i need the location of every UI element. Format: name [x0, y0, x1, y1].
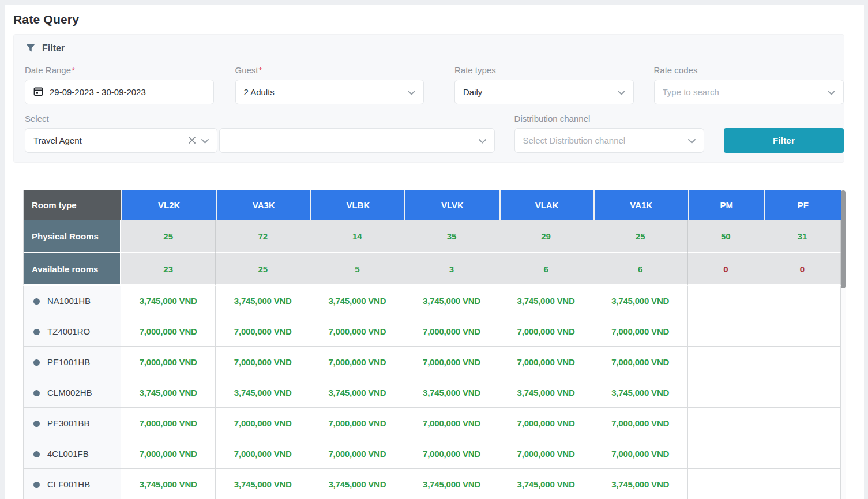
select-label: Select	[25, 114, 217, 123]
calendar-icon	[33, 87, 43, 98]
rate-code-cell[interactable]: PE3001BB	[23, 408, 121, 438]
column-header-vl2k: VL2K	[121, 190, 216, 220]
rate-types-label: Rate types	[454, 65, 634, 75]
chevron-down-icon	[688, 136, 696, 145]
rate-value-cell: 3,745,000 VND	[121, 469, 216, 499]
row-bullet-icon	[33, 298, 40, 305]
available-rooms-value: 6	[499, 253, 593, 286]
rate-code-label: PE3001BB	[47, 418, 89, 428]
rate-value-cell	[764, 469, 841, 499]
rate-value-cell: 7,000,000 VND	[121, 347, 216, 377]
row-bullet-icon	[33, 421, 40, 427]
column-header-vlbk: VLBK	[310, 190, 404, 220]
rate-value-cell: 3,745,000 VND	[310, 469, 404, 499]
chevron-down-icon	[201, 136, 209, 145]
rate-row: PE3001BB7,000,000 VND7,000,000 VND7,000,…	[23, 408, 841, 438]
travel-agent-select[interactable]: Travel Agent	[25, 128, 217, 153]
column-header-vlvk: VLVK	[404, 190, 499, 220]
physical-rooms-value: 14	[310, 220, 404, 253]
rate-value-cell: 3,745,000 VND	[593, 286, 688, 316]
clear-selection-icon[interactable]	[189, 136, 196, 145]
rate-value-cell: 7,000,000 VND	[216, 438, 310, 469]
filter-panel: Filter Date Range* 29-09-2023 - 30-09-20…	[13, 34, 844, 163]
rate-row: CLM002HB3,745,000 VND3,745,000 VND3,745,…	[23, 377, 841, 408]
rate-value-cell: 7,000,000 VND	[404, 316, 499, 347]
rate-code-cell[interactable]: CLM002HB	[23, 377, 121, 408]
available-rooms-value: 25	[216, 253, 310, 286]
distribution-channel-input[interactable]	[523, 136, 682, 145]
rate-value-cell: 7,000,000 VND	[404, 347, 499, 377]
rate-value-cell: 3,745,000 VND	[216, 377, 310, 408]
required-asterisk: *	[259, 65, 262, 75]
rate-value-cell: 7,000,000 VND	[499, 316, 593, 347]
chevron-down-icon	[828, 87, 835, 97]
rate-code-cell[interactable]: 4CL001FB	[23, 438, 121, 469]
rate-codes-label: Rate codes	[654, 65, 844, 75]
rate-value-cell: 7,000,000 VND	[121, 408, 216, 438]
rate-value-cell: 7,000,000 VND	[499, 347, 593, 377]
rate-value-cell: 3,745,000 VND	[216, 286, 310, 316]
rate-value-cell: 7,000,000 VND	[499, 438, 593, 469]
rate-value-cell: 3,745,000 VND	[310, 377, 404, 408]
filter-submit-button[interactable]: Filter	[724, 128, 844, 153]
table-scrollbar-thumb[interactable]	[841, 190, 846, 288]
column-header-va1k: VA1K	[593, 190, 688, 220]
physical-rooms-value: 25	[593, 220, 688, 253]
physical-rooms-value: 31	[764, 220, 841, 253]
rate-types-select[interactable]: Daily	[454, 80, 634, 104]
rate-code-cell[interactable]: CLF001HB	[23, 469, 121, 499]
rate-code-cell[interactable]: PE1001HB	[23, 347, 121, 377]
date-range-input[interactable]: 29-09-2023 - 30-09-2023	[25, 80, 214, 104]
guest-value: 2 Adults	[244, 87, 403, 97]
rate-value-cell: 3,745,000 VND	[404, 469, 499, 499]
rate-value-cell: 7,000,000 VND	[216, 316, 310, 347]
rate-value-cell: 7,000,000 VND	[593, 347, 688, 377]
room-type-header: Room type	[23, 190, 121, 220]
physical-rooms-value: 35	[404, 220, 499, 253]
rate-value-cell: 7,000,000 VND	[310, 347, 404, 377]
rate-codes-combobox[interactable]	[654, 80, 844, 104]
rate-value-cell	[764, 316, 841, 347]
rate-value-cell: 3,745,000 VND	[593, 469, 688, 499]
rate-codes-search-input[interactable]	[663, 87, 822, 97]
rate-value-cell: 7,000,000 VND	[121, 438, 216, 469]
filter-heading: Filter	[42, 43, 65, 54]
row-bullet-icon	[33, 359, 40, 366]
rate-value-cell: 3,745,000 VND	[404, 377, 499, 408]
rate-row: CLF001HB3,745,000 VND3,745,000 VND3,745,…	[23, 469, 841, 499]
rate-code-cell[interactable]: TZ4001RO	[23, 316, 121, 347]
rate-value-cell: 7,000,000 VND	[593, 408, 688, 438]
available-rooms-value: 6	[593, 253, 688, 286]
secondary-select[interactable]	[219, 128, 494, 153]
chevron-down-icon	[408, 87, 415, 97]
rate-value-cell	[688, 469, 764, 499]
chevron-down-icon	[479, 136, 486, 145]
available-rooms-value: 23	[121, 253, 216, 286]
rate-value-cell: 3,745,000 VND	[121, 377, 216, 408]
distribution-channel-label: Distribution channel	[514, 114, 704, 123]
rate-value-cell: 7,000,000 VND	[404, 408, 499, 438]
rate-row: TZ4001RO7,000,000 VND7,000,000 VND7,000,…	[23, 316, 841, 347]
date-range-label: Date Range*	[25, 65, 214, 75]
guest-select[interactable]: 2 Adults	[235, 80, 424, 104]
available-rooms-value: 0	[764, 253, 841, 286]
physical-rooms-value: 50	[688, 220, 764, 253]
rate-value-cell	[688, 408, 764, 438]
rate-code-cell[interactable]: NA1001HB	[23, 286, 121, 316]
required-asterisk: *	[72, 65, 75, 75]
rate-value-cell: 7,000,000 VND	[216, 347, 310, 377]
available-rooms-row: Available rooms2325536600	[23, 253, 841, 286]
rate-value-cell	[688, 347, 764, 377]
row-bullet-icon	[33, 390, 40, 396]
column-header-pm: PM	[688, 190, 764, 220]
rate-value-cell	[764, 377, 841, 408]
distribution-channel-select[interactable]	[514, 128, 704, 153]
column-header-va3k: VA3K	[216, 190, 310, 220]
table-scrollbar[interactable]	[841, 190, 846, 499]
rate-value-cell: 3,745,000 VND	[593, 377, 688, 408]
filter-panel-header: Filter	[14, 35, 844, 54]
chevron-down-icon	[618, 87, 625, 97]
rate-value-cell: 7,000,000 VND	[593, 316, 688, 347]
available-rooms-label: Available rooms	[23, 253, 121, 286]
rate-value-cell	[764, 438, 841, 469]
